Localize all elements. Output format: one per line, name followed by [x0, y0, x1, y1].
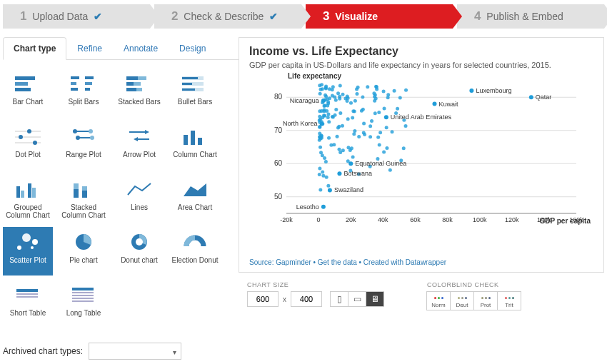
svg-rect-56: [16, 289, 38, 292]
bar-chart-icon: [14, 73, 42, 94]
device-mobile[interactable]: ▯: [330, 291, 348, 307]
svg-point-191: [351, 116, 354, 119]
svg-point-118: [318, 173, 321, 176]
cb-deut[interactable]: Deut: [450, 291, 474, 310]
cb-norm[interactable]: Norm: [426, 291, 451, 310]
svg-rect-43: [32, 188, 36, 198]
charttype-election-donut[interactable]: Election Donut: [170, 227, 220, 275]
svg-text:Equatorial Guinea: Equatorial Guinea: [355, 160, 406, 167]
svg-rect-0: [15, 76, 35, 80]
device-desktop[interactable]: 🖥: [366, 291, 384, 307]
svg-point-223: [374, 96, 378, 100]
archived-label: Archived chart types:: [3, 346, 83, 356]
svg-point-218: [357, 135, 361, 138]
charttype-column-chart[interactable]: Column Chart: [170, 121, 220, 170]
scatter-plot-icon: [14, 231, 42, 253]
svg-point-197: [374, 85, 378, 89]
charttype-bar-chart[interactable]: Bar Chart: [3, 69, 53, 117]
charttype-donut-chart[interactable]: Donut chart: [114, 227, 164, 275]
svg-point-230: [372, 91, 376, 95]
svg-rect-7: [71, 88, 78, 91]
step-upload[interactable]: 1 Upload Data ✔: [3, 4, 150, 29]
svg-point-31: [76, 136, 80, 140]
svg-point-162: [341, 93, 344, 96]
svg-point-146: [341, 148, 345, 152]
range-plot-icon: [69, 126, 98, 147]
height-input[interactable]: [291, 291, 322, 307]
check-icon: ✔: [269, 11, 278, 22]
svg-point-89: [366, 85, 369, 89]
svg-point-161: [336, 135, 339, 138]
colorblind-label: COLORBLIND CHECK: [427, 281, 521, 288]
step-check[interactable]: 2 Check & Describe ✔: [154, 4, 301, 29]
svg-point-184: [323, 104, 326, 108]
charttype-lines[interactable]: Lines: [114, 174, 164, 223]
charttype-stacked-column[interactable]: Stacked Column Chart: [59, 174, 109, 223]
svg-rect-6: [85, 82, 92, 85]
charttype-scatter-plot[interactable]: Scatter Plot: [3, 227, 53, 275]
svg-point-251: [321, 205, 326, 209]
chart-subtitle: GDP per capita in US-Dollars and life ex…: [249, 61, 593, 69]
svg-text:20k: 20k: [346, 216, 356, 223]
svg-point-189: [362, 121, 366, 125]
svg-rect-41: [21, 191, 24, 198]
svg-text:60: 60: [274, 159, 283, 167]
svg-rect-47: [82, 191, 87, 198]
svg-point-217: [327, 136, 331, 140]
svg-point-50: [22, 233, 31, 242]
svg-rect-3: [71, 76, 79, 79]
step-visualize[interactable]: 3 Visualize: [306, 4, 453, 29]
charttype-arrow-plot[interactable]: Arrow Plot: [114, 121, 164, 170]
chart-source[interactable]: Source: Gapminder • Get the data • Creat…: [249, 258, 446, 266]
charttype-short-table[interactable]: Short Table: [3, 280, 53, 328]
svg-rect-57: [16, 293, 38, 295]
charttype-dot-plot[interactable]: Dot Plot: [3, 121, 53, 170]
svg-text:70: 70: [274, 126, 283, 134]
svg-point-142: [373, 111, 377, 115]
svg-text:60k: 60k: [410, 216, 421, 223]
step-publish[interactable]: 4 Publish & Embed: [457, 4, 604, 29]
svg-point-147: [353, 99, 357, 103]
svg-point-144: [353, 129, 356, 133]
svg-point-183: [351, 109, 355, 113]
svg-rect-9: [126, 76, 138, 80]
chart-title: Income vs. Life Expectancy: [249, 45, 593, 58]
pie-chart-icon: [69, 231, 98, 253]
charttype-pie-chart[interactable]: Pie chart: [59, 227, 109, 275]
device-tablet[interactable]: ▭: [348, 291, 366, 307]
stacked-column-icon: [69, 178, 98, 200]
tab-design[interactable]: Design: [169, 37, 216, 59]
charttype-bullet-bars[interactable]: Bullet Bars: [170, 69, 220, 117]
chart-options: CHART SIZE x ▯ ▭ 🖥 COLORBLIND CHECK Norm: [239, 281, 604, 310]
svg-text:Botswana: Botswana: [343, 170, 372, 177]
svg-point-188: [328, 87, 331, 91]
svg-point-239: [384, 115, 388, 119]
svg-rect-62: [72, 298, 94, 299]
charttype-range-plot[interactable]: Range Plot: [59, 121, 109, 170]
svg-point-186: [331, 85, 335, 89]
charttype-split-bars[interactable]: Split Bars: [59, 69, 109, 117]
svg-point-200: [331, 115, 334, 118]
charttype-grouped-column[interactable]: Grouped Column Chart: [3, 174, 53, 223]
svg-point-143: [370, 119, 373, 123]
cb-trit[interactable]: Trit: [497, 291, 521, 310]
charttype-stacked-bars[interactable]: Stacked Bars: [114, 69, 164, 117]
tab-refine[interactable]: Refine: [66, 37, 113, 59]
cb-prot[interactable]: Prot: [473, 291, 498, 310]
svg-marker-36: [134, 137, 138, 141]
svg-text:0: 0: [317, 216, 321, 223]
svg-point-84: [398, 96, 402, 100]
svg-marker-48: [184, 183, 206, 196]
tab-chart-type[interactable]: Chart type: [3, 37, 66, 60]
long-table-icon: [69, 284, 98, 305]
tab-annotate[interactable]: Annotate: [113, 37, 169, 59]
charttype-long-table[interactable]: Long Table: [59, 280, 109, 328]
svg-point-219: [324, 160, 328, 163]
width-input[interactable]: [247, 291, 279, 307]
check-icon: ✔: [94, 11, 102, 22]
svg-point-227: [321, 170, 324, 173]
svg-point-92: [355, 92, 358, 96]
archived-dropdown[interactable]: ▾: [89, 343, 181, 360]
charttype-area-chart[interactable]: Area Chart: [170, 174, 220, 223]
svg-point-241: [321, 98, 326, 103]
